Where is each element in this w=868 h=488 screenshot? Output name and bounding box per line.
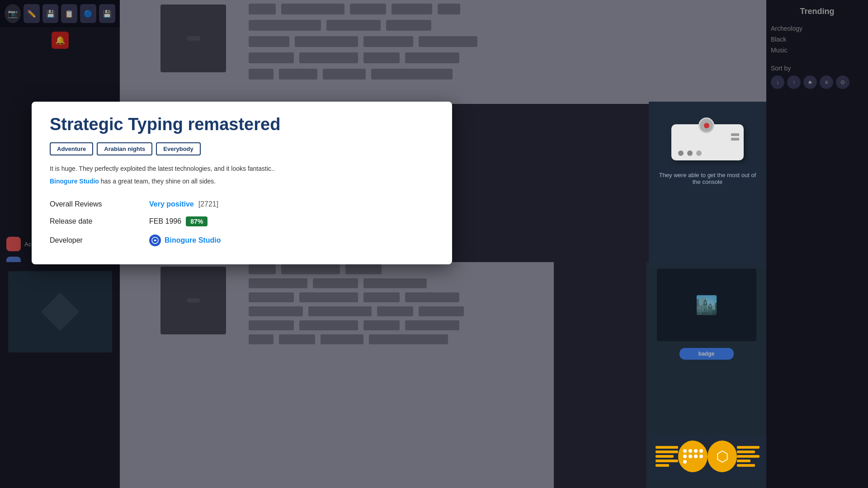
release-date-value: FEB 1996 87% (149, 216, 434, 226)
chip-symbol: ⬡ (716, 448, 729, 465)
percent-badge: 87% (186, 216, 208, 226)
yellow-dots-icon (678, 441, 708, 472)
developer-value: Binogure Studio (149, 235, 434, 246)
stack-line (737, 455, 760, 458)
description-line1: It is huge. They perfectly exploited the… (50, 164, 434, 174)
overall-reviews-value: Very positive [2721] (149, 200, 434, 208)
stack-line (656, 446, 678, 449)
stack-lines-right (737, 446, 760, 467)
console-caption: They were able to get the most out of th… (658, 172, 757, 185)
overall-reviews-label: Overall Reviews (50, 200, 149, 208)
tag-everybody[interactable]: Everybody (156, 142, 200, 155)
game-title: Strategic Typing remastered (50, 115, 434, 134)
console-body (671, 124, 744, 160)
bottom-icons-panel: ⬡ (649, 434, 766, 479)
description-suffix: has a great team, they shine on all side… (101, 178, 216, 185)
modal-panel: Strategic Typing remastered Adventure Ar… (32, 102, 452, 264)
console-btn2 (687, 150, 693, 156)
developer-name: Binogure Studio (165, 236, 221, 244)
stack-line (656, 460, 678, 462)
studio-name-inline[interactable]: Binogure Studio (50, 178, 99, 185)
developer-link[interactable]: Binogure Studio (149, 235, 221, 246)
console-panel: They were able to get the most out of th… (649, 102, 766, 267)
review-count: [2721] (198, 200, 218, 208)
stack-line (656, 455, 674, 458)
tag-arabian[interactable]: Arabian nights (97, 142, 152, 155)
description-line2: Binogure Studio has a great team, they s… (50, 176, 434, 186)
release-date-label: Release date (50, 217, 149, 225)
stack-line (656, 464, 669, 467)
tags-row: Adventure Arabian nights Everybody (50, 142, 434, 155)
developer-label: Developer (50, 236, 149, 244)
stack-line (737, 460, 750, 462)
console-disc (698, 117, 714, 133)
console-buttons (678, 150, 702, 156)
stack-line (656, 450, 678, 453)
console-btn3 (696, 150, 702, 156)
console-graphic (671, 115, 744, 160)
console-ports (731, 133, 739, 141)
tag-adventure[interactable]: Adventure (50, 142, 93, 155)
stack-line (737, 446, 760, 449)
stack-line (737, 464, 755, 467)
info-table: Overall Reviews Very positive [2721] Rel… (50, 200, 434, 246)
release-date-text: FEB 1996 (149, 217, 181, 225)
dev-icon (149, 235, 161, 246)
stack-lines-left (656, 446, 678, 467)
yellow-chip-icon: ⬡ (708, 441, 737, 472)
dots-grid (683, 449, 703, 464)
console-btn1 (678, 150, 684, 156)
console-disc-inner (704, 123, 709, 128)
reviews-rating: Very positive (149, 200, 194, 208)
stack-line (737, 450, 755, 453)
